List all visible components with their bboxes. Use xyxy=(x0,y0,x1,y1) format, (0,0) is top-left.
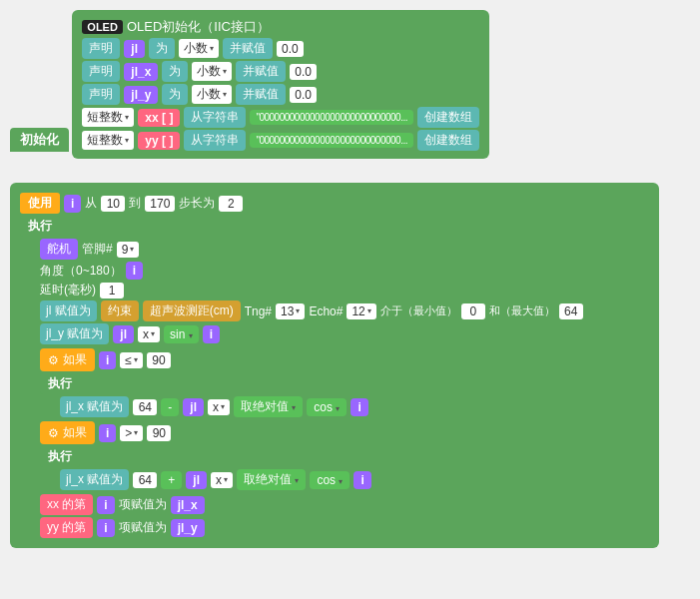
if1-container: ⚙ 如果 i ≤ ▾ 90 执行 jl_x xyxy=(40,348,649,417)
use-label: 使用 xyxy=(20,193,60,214)
declare-kw[interactable]: 声明 xyxy=(82,38,120,59)
max-label: 和（最大值） xyxy=(489,303,555,318)
xx-arr-row: xx 的第 i 项赋值为 jl_x xyxy=(40,494,649,515)
jlx-assign2-row: jl_x 赋值为 64 + jl x ▾ 取绝对值 ▾ cos xyxy=(60,469,649,490)
declare-kw2[interactable]: 声明 xyxy=(82,61,120,82)
mult3-dropdown[interactable]: x ▾ xyxy=(211,472,233,488)
if2-header-row: ⚙ 如果 i > ▾ 90 xyxy=(40,421,649,444)
if2-gear[interactable]: ⚙ 如果 xyxy=(40,421,95,444)
constrain-label[interactable]: 约束 xyxy=(101,300,139,321)
jl-ref2[interactable]: jl xyxy=(183,398,204,416)
if1-cond-var[interactable]: i xyxy=(99,351,116,369)
between-label: 介于（最小值） xyxy=(380,303,457,318)
servo-label[interactable]: 舵机 xyxy=(40,239,78,260)
yy-arr-row: yy 的第 i 项赋值为 jl_y xyxy=(40,517,649,538)
loop-header-row: 使用 i 从 10 到 170 步长为 2 xyxy=(20,193,649,214)
loop-var-i[interactable]: i xyxy=(64,195,81,213)
exec1-row: 执行 xyxy=(40,373,649,394)
abs-block-1[interactable]: 取绝对值 ▾ xyxy=(234,396,303,417)
type-dropdown-2[interactable]: 小数 ▾ xyxy=(192,62,232,81)
sonic-label[interactable]: 超声波测距(cm) xyxy=(143,300,241,321)
max-val[interactable]: 64 xyxy=(559,303,583,319)
assign-kw-2: 并赋值 xyxy=(236,61,286,82)
abs-block-2[interactable]: 取绝对值 ▾ xyxy=(237,469,306,490)
jlx-assign1-row: jl_x 赋值为 64 - jl x ▾ 取绝对值 ▾ cos xyxy=(60,396,649,417)
if1-op-dropdown[interactable]: ≤ ▾ xyxy=(120,352,143,368)
pin-label: 管脚# xyxy=(82,241,113,258)
yy-arr-label: yy 的第 xyxy=(40,517,93,538)
sin-block[interactable]: sin ▾ xyxy=(164,325,199,343)
echo-label: Echo# xyxy=(309,304,343,318)
var-jlx[interactable]: jl_x xyxy=(124,63,158,81)
type-dropdown-1[interactable]: 小数 ▾ xyxy=(179,39,219,58)
if2-op-dropdown[interactable]: > ▾ xyxy=(120,425,143,441)
if2-label: 如果 xyxy=(63,424,87,441)
angle-val-i[interactable]: i xyxy=(126,262,143,280)
cos-block-1[interactable]: cos ▾ xyxy=(307,398,347,416)
init-container: OLED OLED初始化（IIC接口） 声明 jl 为 小数 ▾ 并赋值 0.0… xyxy=(72,10,489,159)
i-ref2[interactable]: i xyxy=(350,398,367,416)
delay-row: 延时(毫秒) 1 xyxy=(40,282,649,299)
arr-name-xx: xx [ ] xyxy=(138,109,180,127)
exec-label: 执行 xyxy=(20,216,60,237)
delay-label: 延时(毫秒) xyxy=(40,282,96,299)
i-ref5[interactable]: i xyxy=(97,519,114,537)
oled-label: OLED初始化（IIC接口） xyxy=(127,18,270,36)
jlx-assign2-label: jl_x 赋值为 xyxy=(60,469,129,490)
jl-ref[interactable]: jl xyxy=(113,325,134,343)
jl-ref3[interactable]: jl xyxy=(186,471,207,489)
from-val[interactable]: 10 xyxy=(101,196,125,212)
as-kw: 为 xyxy=(149,38,175,59)
min-val[interactable]: 0 xyxy=(461,303,485,319)
as-kw2: 为 xyxy=(162,61,188,82)
if1-label: 如果 xyxy=(63,351,87,368)
jly-ref[interactable]: jl_y xyxy=(171,519,205,537)
jlx-ref[interactable]: jl_x xyxy=(171,496,205,514)
if1-gear[interactable]: ⚙ 如果 xyxy=(40,348,95,371)
from-label: 从 xyxy=(85,195,97,212)
type-dropdown-3[interactable]: 小数 ▾ xyxy=(192,85,232,104)
step-label: 步长为 xyxy=(179,195,215,212)
jly-assign-label: jl_y 赋值为 xyxy=(40,323,109,344)
arr-val-yy[interactable]: "0000000000000000000000000000... xyxy=(250,133,413,148)
delay-val[interactable]: 1 xyxy=(100,283,124,299)
val-jly[interactable]: 0.0 xyxy=(290,87,317,103)
exec2-row: 执行 xyxy=(40,446,649,467)
create-kw-yy: 创建数组 xyxy=(417,130,479,151)
echo-dropdown[interactable]: 12 ▾ xyxy=(347,303,375,319)
cos-block-2[interactable]: cos ▾ xyxy=(310,471,350,489)
to-label: 到 xyxy=(129,195,141,212)
arr-val-xx[interactable]: "0000000000000000000000000000... xyxy=(250,110,413,125)
if2-cond-var[interactable]: i xyxy=(99,424,116,442)
declare-kw3[interactable]: 声明 xyxy=(82,84,120,105)
mult-dropdown[interactable]: x ▾ xyxy=(138,326,160,342)
loop-section: 使用 i 从 10 到 170 步长为 2 执行 舵机 管脚# 9 ▾ xyxy=(10,183,690,548)
arr-type-yy[interactable]: 短整数 ▾ xyxy=(82,131,134,150)
tng-dropdown[interactable]: 13 ▾ xyxy=(276,303,305,319)
to-val[interactable]: 170 xyxy=(145,196,175,212)
angle-label: 角度（0~180） xyxy=(40,263,122,280)
mult2-dropdown[interactable]: x ▾ xyxy=(208,399,230,415)
val64-2[interactable]: 64 xyxy=(133,472,157,488)
var-jl[interactable]: jl xyxy=(124,40,145,58)
if2-cond-val[interactable]: 90 xyxy=(147,425,171,441)
pin-dropdown[interactable]: 9 ▾ xyxy=(117,242,140,258)
from-kw-xx: 从字符串 xyxy=(184,107,246,128)
step-val[interactable]: 2 xyxy=(219,196,243,212)
val64-1[interactable]: 64 xyxy=(133,399,157,415)
i-ref3[interactable]: i xyxy=(353,471,370,489)
if1-cond-val[interactable]: 90 xyxy=(147,352,171,368)
i-ref-sin[interactable]: i xyxy=(203,325,220,343)
arr-type-xx[interactable]: 短整数 ▾ xyxy=(82,108,134,127)
val-jlx[interactable]: 0.0 xyxy=(290,64,317,80)
i-ref4[interactable]: i xyxy=(97,496,114,514)
arr-name-yy: yy [ ] xyxy=(138,132,180,150)
workspace: 初始化 OLED OLED初始化（IIC接口） 声明 jl 为 小数 ▾ 并赋值… xyxy=(0,0,700,558)
var-jly[interactable]: jl_y xyxy=(124,86,158,104)
minus-op[interactable]: - xyxy=(161,398,179,416)
val-jl[interactable]: 0.0 xyxy=(277,41,304,57)
init-title: 初始化 xyxy=(10,128,69,152)
tng-label: Tng# xyxy=(245,304,272,318)
plus-op[interactable]: + xyxy=(161,471,182,489)
if2-container: ⚙ 如果 i > ▾ 90 执行 jl_x xyxy=(40,421,649,490)
